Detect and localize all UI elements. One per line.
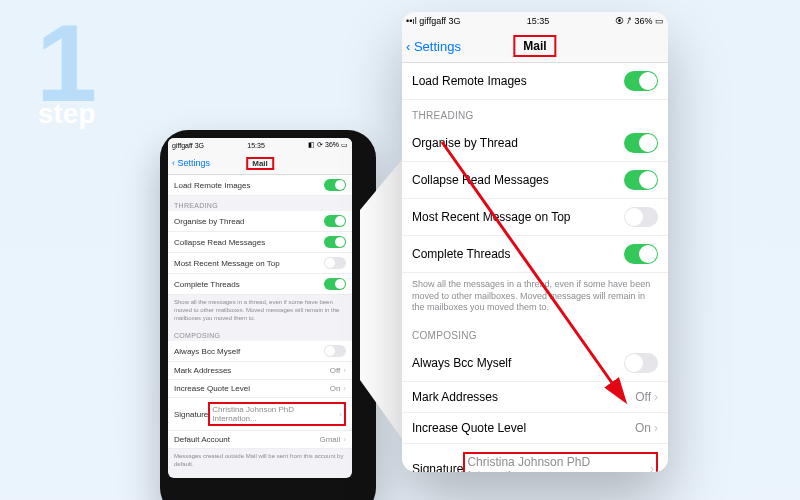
signature-highlight: Christina Johnson PhD Internation...› (463, 452, 658, 472)
toggle-icon[interactable] (624, 353, 658, 373)
row-collapse[interactable]: Collapse Read Messages (168, 232, 352, 253)
chevron-right-icon: › (654, 421, 658, 435)
status-bar: giffgaff 3G 15:35 ◧ ⟳ 36% ▭ (168, 138, 352, 152)
step-badge: 1 step (36, 8, 97, 118)
threading-footer: Show all the messages in a thread, even … (402, 273, 668, 320)
toggle-icon[interactable] (324, 257, 346, 269)
status-bar: ••ıl giffgaff 3G 15:35 ⦿ ↗ 36% ▭ (402, 12, 668, 30)
row-default[interactable]: Default AccountGmail› (168, 431, 352, 449)
chevron-right-icon: › (650, 462, 654, 472)
toggle-icon[interactable] (324, 215, 346, 227)
row-most-recent[interactable]: Most Recent Message on Top (168, 253, 352, 274)
row-complete[interactable]: Complete Threads (168, 274, 352, 295)
threading-footer: Show all the messages in a thread, even … (168, 295, 352, 326)
back-button[interactable]: ‹ Settings (168, 158, 210, 168)
section-threading: THREADING (168, 196, 352, 211)
row-mark[interactable]: Mark AddressesOff› (168, 362, 352, 380)
toggle-icon[interactable] (624, 207, 658, 227)
toggle-icon[interactable] (324, 345, 346, 357)
chevron-right-icon: › (343, 435, 346, 444)
toggle-icon[interactable] (324, 278, 346, 290)
row-organise[interactable]: Organise by Thread (168, 211, 352, 232)
toggle-icon[interactable] (324, 179, 346, 191)
phone-mockup: giffgaff 3G 15:35 ◧ ⟳ 36% ▭ ‹ Settings M… (160, 130, 376, 500)
chevron-right-icon: › (654, 390, 658, 404)
back-button[interactable]: ‹ Settings (402, 39, 461, 54)
row-collapse[interactable]: Collapse Read Messages (402, 162, 668, 199)
toggle-icon[interactable] (624, 170, 658, 190)
section-composing: COMPOSING (402, 320, 668, 345)
row-signature[interactable]: SignatureChristina Johnson PhD Internati… (168, 398, 352, 431)
row-quote[interactable]: Increase Quote LevelOn› (168, 380, 352, 398)
chevron-right-icon: › (339, 410, 342, 419)
page-title: Mail (513, 35, 556, 57)
row-signature[interactable]: SignatureChristina Johnson PhD Internati… (402, 444, 668, 472)
row-bcc[interactable]: Always Bcc Myself (402, 345, 668, 382)
row-most-recent[interactable]: Most Recent Message on Top (402, 199, 668, 236)
row-load-remote[interactable]: Load Remote Images (402, 63, 668, 100)
toggle-icon[interactable] (624, 71, 658, 91)
toggle-icon[interactable] (624, 133, 658, 153)
row-organise[interactable]: Organise by Thread (402, 125, 668, 162)
chevron-right-icon: › (343, 384, 346, 393)
row-mark[interactable]: Mark AddressesOff› (402, 382, 668, 413)
nav-bar: ‹ Settings Mail (402, 30, 668, 63)
row-quote[interactable]: Increase Quote LevelOn› (402, 413, 668, 444)
default-footer: Messages created outside Mail will be se… (168, 449, 352, 473)
zoom-panel: ••ıl giffgaff 3G 15:35 ⦿ ↗ 36% ▭ ‹ Setti… (402, 12, 668, 472)
row-complete[interactable]: Complete Threads (402, 236, 668, 273)
step-label: step (38, 98, 96, 130)
chevron-right-icon: › (343, 366, 346, 375)
toggle-icon[interactable] (624, 244, 658, 264)
section-threading: THREADING (402, 100, 668, 125)
nav-bar: ‹ Settings Mail (168, 152, 352, 175)
row-load-remote[interactable]: Load Remote Images (168, 175, 352, 196)
section-composing: COMPOSING (168, 326, 352, 341)
toggle-icon[interactable] (324, 236, 346, 248)
row-bcc[interactable]: Always Bcc Myself (168, 341, 352, 362)
page-title: Mail (246, 157, 274, 170)
